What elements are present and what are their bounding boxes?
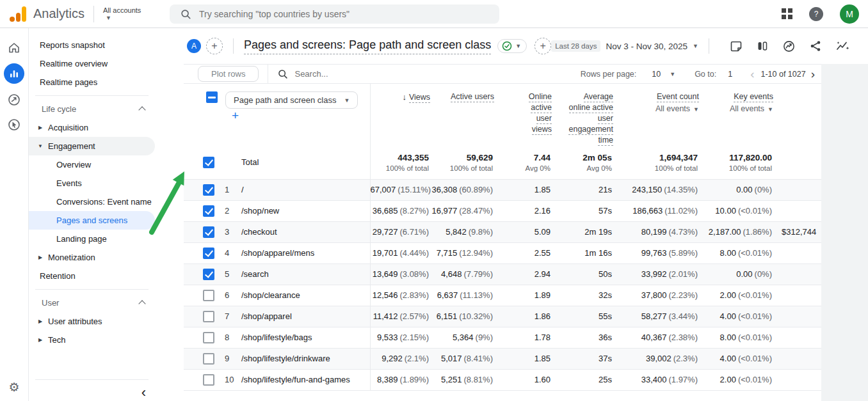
account-switcher[interactable]: All accounts ▼: [103, 6, 141, 21]
metric-value: 16,977: [431, 206, 457, 216]
explore-icon[interactable]: [4, 91, 24, 109]
sidebar-item-landing-page[interactable]: Landing page: [29, 230, 155, 248]
column-header-online-active-user-views[interactable]: Onlineactiveuserviews: [494, 84, 552, 146]
date-preset-chip: Last 28 days: [551, 40, 600, 52]
overflow-cell: [773, 327, 821, 348]
metric-cell: 50s: [552, 263, 613, 285]
sidebar-item-label: User attributes: [48, 317, 102, 326]
collapse-sidebar-icon[interactable]: ‹: [141, 384, 146, 401]
column-header-average-online-active-user-engagement-time[interactable]: Averageonline activeuserengagementtime: [552, 84, 613, 146]
overflow-cell: $312,744: [773, 221, 821, 242]
metric-cell: 8,389(1.89%): [370, 369, 430, 390]
global-search-input[interactable]: [199, 9, 468, 19]
table-total-row: Total443,355100% of total59,629100% of t…: [184, 146, 821, 179]
comparison-icon[interactable]: [756, 40, 769, 52]
column-header-text: Event count: [657, 92, 699, 102]
insights-circle-icon[interactable]: [782, 40, 796, 53]
row-checkbox[interactable]: [203, 248, 214, 259]
rows-per-page-value[interactable]: 10: [652, 70, 661, 79]
date-range-picker[interactable]: Nov 3 - Nov 30, 2025: [606, 42, 687, 51]
account-avatar[interactable]: M: [840, 4, 859, 24]
property-avatar[interactable]: A: [187, 39, 201, 53]
column-header-line: Key events: [699, 91, 773, 102]
row-checkbox[interactable]: [203, 226, 214, 238]
metric-percent: (2.3%): [673, 354, 698, 363]
row-checkbox[interactable]: [203, 353, 214, 365]
metric-filter-key-events[interactable]: All events▼: [699, 104, 773, 113]
metric-cell: 58,277(3.44%): [613, 306, 699, 327]
page-path: /shop/apparel/mens: [240, 242, 370, 263]
metric-cell: 1.85: [494, 348, 552, 369]
notes-icon[interactable]: [730, 40, 743, 52]
add-dimension-button[interactable]: +: [232, 109, 239, 122]
column-header-line: ↓Views: [371, 91, 431, 103]
row-checkbox[interactable]: [203, 332, 214, 343]
sidebar-item-realtime-pages[interactable]: Realtime pages: [29, 73, 155, 91]
sidebar-section-header-life-cycle[interactable]: Life cycle: [29, 100, 155, 118]
chevron-down-icon[interactable]: ▼: [670, 71, 675, 77]
sidebar-item-pages-and-screens[interactable]: Pages and screens: [29, 211, 155, 230]
report-saved-status[interactable]: ▼: [497, 39, 527, 53]
chevron-down-icon: ▼: [35, 143, 45, 149]
select-all-checkbox[interactable]: [206, 91, 218, 103]
sidebar-item-user-attributes[interactable]: ▶User attributes: [29, 312, 155, 331]
row-checkbox[interactable]: [203, 184, 214, 196]
row-checkbox-cell: [184, 242, 221, 263]
insights-sparkline-icon[interactable]: [835, 40, 849, 52]
share-icon[interactable]: [809, 40, 822, 52]
go-to-input[interactable]: 1: [728, 70, 732, 79]
column-header-text: user: [598, 114, 613, 124]
sidebar-item-label: Engagement: [48, 141, 95, 151]
column-header-views[interactable]: ↓Views: [370, 84, 430, 146]
sidebar-item-label: Realtime overview: [40, 59, 108, 68]
help-icon[interactable]: ?: [809, 7, 823, 21]
metric-value: 5,017: [441, 354, 462, 363]
reports-icon[interactable]: [4, 63, 24, 84]
sidebar-section-header-user[interactable]: User: [29, 294, 155, 312]
add-report-tab-button[interactable]: +: [206, 38, 223, 54]
sidebar-item-engagement[interactable]: ▼Engagement: [29, 137, 155, 155]
row-checkbox[interactable]: [203, 157, 214, 168]
home-icon[interactable]: [4, 38, 24, 56]
metric-filter-event-count[interactable]: All events▼: [613, 104, 699, 113]
sidebar-item-monetization[interactable]: ▶Monetization: [29, 248, 155, 267]
advertising-icon[interactable]: [4, 116, 24, 134]
sidebar-item-realtime-overview[interactable]: Realtime overview: [29, 54, 155, 73]
table-search-input[interactable]: [294, 69, 422, 79]
dimension-selector[interactable]: Page path and screen class ▼: [225, 91, 358, 109]
column-header-event-count[interactable]: Event countAll events▼: [613, 84, 699, 146]
row-checkbox[interactable]: [203, 311, 214, 322]
row-checkbox[interactable]: [203, 374, 214, 386]
next-page-icon[interactable]: ›: [811, 70, 815, 79]
sidebar-item-label: Events: [56, 178, 82, 188]
sidebar-item-events[interactable]: Events: [29, 174, 155, 193]
row-checkbox[interactable]: [203, 269, 214, 280]
sidebar-item-acquisition[interactable]: ▶Acquisition: [29, 118, 155, 137]
column-header-active-users[interactable]: Active users: [430, 84, 494, 146]
sidebar-item-retention[interactable]: Retention: [29, 267, 155, 285]
sidebar-item-reports-snapshot[interactable]: Reports snapshot: [29, 36, 155, 54]
sidebar-item-overview[interactable]: Overview: [29, 155, 155, 174]
row-checkbox[interactable]: [203, 205, 214, 217]
metric-value: 67,007: [371, 185, 396, 194]
page-title[interactable]: Pages and screens: Page path and screen …: [244, 38, 491, 54]
row-checkbox[interactable]: [203, 290, 214, 301]
add-comparison-button[interactable]: +: [534, 38, 551, 54]
table-search[interactable]: [277, 68, 422, 79]
apps-grid-icon[interactable]: [782, 8, 792, 19]
previous-page-icon[interactable]: ‹: [750, 70, 754, 79]
sidebar-item-conversions-event-name[interactable]: Conversions: Event name: [29, 193, 155, 211]
analytics-logo[interactable]: Analytics: [0, 6, 84, 22]
admin-gear-icon[interactable]: ⚙: [8, 380, 19, 395]
metric-value: 37,800: [641, 290, 667, 300]
sidebar-item-tech[interactable]: ▶Tech: [29, 331, 155, 349]
global-search[interactable]: [170, 4, 499, 24]
metric-percent: (7.79%): [463, 269, 493, 279]
column-header-line: engagement: [552, 124, 613, 135]
row-checkbox-cell: [184, 221, 221, 242]
column-header-key-events[interactable]: Key eventsAll events▼: [699, 84, 773, 146]
metric-cell: 1.89: [494, 285, 552, 306]
plot-rows-button[interactable]: Plot rows: [198, 66, 259, 82]
row-number: 9: [221, 348, 240, 369]
metric-percent: (4.73%): [668, 227, 698, 237]
